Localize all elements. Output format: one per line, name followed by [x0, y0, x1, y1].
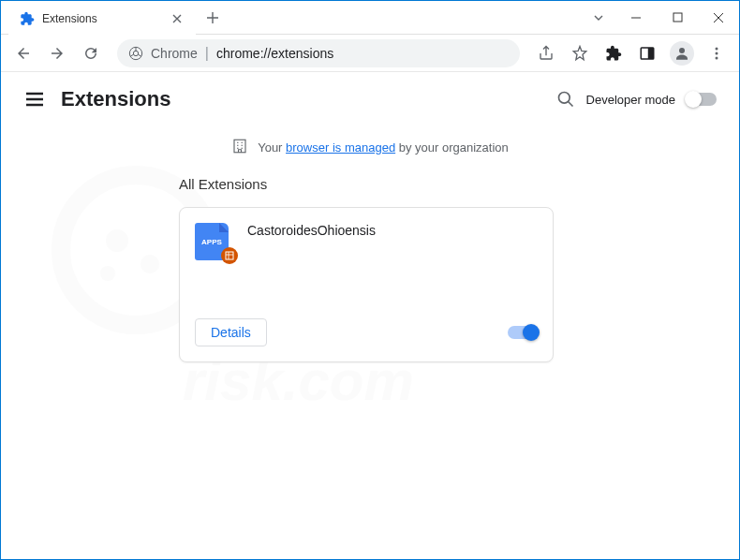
developer-mode-label: Developer mode — [586, 93, 675, 107]
window-controls — [582, 1, 739, 34]
reload-button[interactable] — [76, 38, 106, 68]
close-window-button[interactable] — [698, 1, 739, 34]
page-header: Extensions Developer mode — [1, 72, 739, 126]
svg-point-15 — [716, 56, 718, 59]
hamburger-icon[interactable] — [23, 88, 46, 111]
svg-point-14 — [716, 52, 718, 54]
svg-rect-18 — [226, 252, 233, 259]
browser-toolbar: Chrome | chrome://extensions — [1, 35, 739, 72]
svg-point-16 — [558, 93, 570, 104]
svg-point-12 — [679, 48, 685, 53]
forward-button[interactable] — [42, 38, 72, 68]
browser-managed-link[interactable]: browser is managed — [286, 140, 395, 155]
share-icon[interactable] — [531, 38, 561, 68]
svg-rect-11 — [648, 48, 654, 59]
page-title: Extensions — [61, 87, 170, 111]
managed-text: Your browser is managed by your organiza… — [258, 140, 509, 155]
extensions-icon[interactable] — [599, 38, 629, 68]
extension-badge-icon — [221, 247, 238, 264]
extension-puzzle-icon — [20, 11, 35, 26]
search-icon[interactable] — [556, 90, 575, 109]
tabs-dropdown-icon[interactable] — [582, 1, 615, 34]
minimize-button[interactable] — [615, 1, 657, 34]
address-bar[interactable]: Chrome | chrome://extensions — [117, 39, 520, 67]
menu-icon[interactable] — [702, 38, 732, 68]
new-tab-button[interactable] — [200, 5, 226, 31]
extension-toggle[interactable] — [508, 326, 538, 339]
extension-card: APPS CastoroidesOhioensis Details — [179, 207, 554, 362]
content-area: All Extensions APPS CastoroidesOhioensis… — [1, 169, 739, 362]
developer-mode-toggle[interactable] — [687, 93, 717, 106]
titlebar: Extensions — [1, 1, 739, 35]
address-prefix: Chrome — [151, 46, 198, 61]
building-icon — [231, 138, 248, 157]
address-separator: | — [205, 45, 209, 62]
browser-tab[interactable]: Extensions — [8, 3, 196, 35]
svg-rect-17 — [234, 140, 245, 153]
maximize-button[interactable] — [657, 1, 698, 34]
address-path: chrome://extensions — [216, 46, 333, 61]
svg-rect-7 — [673, 13, 682, 22]
extension-icon: APPS — [195, 223, 232, 260]
bookmark-icon[interactable] — [565, 38, 595, 68]
sidepanel-icon[interactable] — [632, 38, 662, 68]
extension-name: CastoroidesOhioensis — [247, 223, 376, 238]
section-title: All Extensions — [179, 176, 739, 192]
svg-point-13 — [716, 47, 718, 50]
chrome-icon — [128, 46, 143, 61]
details-button[interactable]: Details — [195, 318, 267, 346]
back-button[interactable] — [8, 38, 38, 68]
managed-banner: Your browser is managed by your organiza… — [1, 126, 739, 169]
close-tab-icon[interactable] — [170, 11, 185, 26]
profile-avatar[interactable] — [670, 41, 694, 66]
tab-title: Extensions — [42, 12, 162, 25]
svg-point-9 — [133, 51, 138, 55]
